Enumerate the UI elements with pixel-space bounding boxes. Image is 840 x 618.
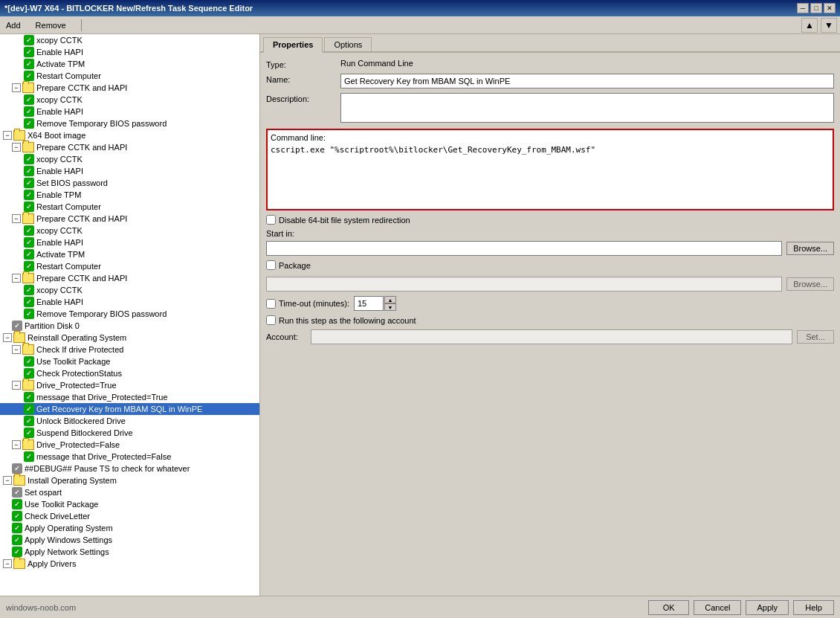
run-as-checkbox[interactable] [266,315,276,325]
tree-item-x64-boot[interactable]: −X64 Boot image [0,129,259,141]
tree-item-apply-network[interactable]: ✓Apply Network Settings [0,546,259,558]
tree-item-debug-pause[interactable]: ✓##DEBUG## Pause TS to check for whateve… [0,463,259,474]
timeout-label: Time-out (minutes): [279,299,349,308]
tree-item-xcopy-cctk-5[interactable]: ✓xcopy CCTK [0,284,259,296]
tree-item-check-protection[interactable]: ✓Check ProtectionStatus [0,367,259,379]
expand-icon[interactable]: − [12,440,21,449]
expand-icon[interactable]: − [3,476,12,485]
tree-item-check-driveletter[interactable]: ✓Check DriveLetter [0,510,259,522]
close-button[interactable]: ✕ [824,3,836,13]
browse-button-2[interactable]: Browse... [786,277,834,291]
cancel-button[interactable]: Cancel [694,600,741,615]
move-down-icon[interactable]: ▼ [821,18,837,33]
tree-item-unlock-bitlocker[interactable]: ✓Unlock Bitlockered Drive [0,415,259,427]
tree-item-install-os[interactable]: −Install Operating System [0,474,259,486]
disable-64bit-checkbox[interactable] [266,215,276,225]
tree-item-restart-3[interactable]: ✓Restart Computer [0,260,259,272]
timeout-up-icon[interactable]: ▲ [384,296,396,303]
green-check-icon: ✓ [24,404,34,414]
timeout-checkbox[interactable] [266,299,276,309]
tree-item-use-toolkit-1[interactable]: ✓Use Toolkit Package [0,355,259,367]
tree-item-prepare-cctk-hapi-2[interactable]: −Prepare CCTK and HAPI [0,141,259,153]
tree-item-prepare-cctk-hapi-4[interactable]: −Prepare CCTK and HAPI [0,272,259,284]
package-checkbox[interactable] [266,260,276,270]
apply-button[interactable]: Apply [746,600,789,615]
tree-item-remove-bios-2[interactable]: ✓Remove Temporary BIOS password [0,308,259,320]
tree-item-xcopy-cctk-2[interactable]: ✓xcopy CCTK [0,94,259,106]
tree-item-drive-protected-true[interactable]: −Drive_Protected=True [0,379,259,391]
gray-check-icon: ✓ [12,487,22,498]
properties-content: Type: Run Command Line Name: Description… [260,53,840,596]
tree-item-restart-1[interactable]: ✓Restart Computer [0,70,259,82]
timeout-input[interactable] [354,296,384,311]
tree-item-label: Unlock Bitlockered Drive [36,416,126,425]
tree-item-prepare-cctk-hapi-1[interactable]: −Prepare CCTK and HAPI [0,82,259,94]
expand-icon[interactable]: − [3,333,12,342]
folder-icon [13,475,25,486]
expand-icon[interactable]: − [12,143,21,152]
description-input[interactable] [340,93,834,123]
set-button[interactable]: Set... [797,330,834,344]
tree-item-suspend-bitlocker[interactable]: ✓Suspend Bitlockered Drive [0,427,259,439]
green-check-icon: ✓ [12,535,22,545]
tree-item-use-toolkit-2[interactable]: ✓Use Toolkit Package [0,498,259,510]
tab-options[interactable]: Options [324,37,372,51]
expand-icon[interactable]: − [3,559,12,568]
tree-item-activate-tpm-2[interactable]: ✓Activate TPM [0,248,259,260]
tree-item-remove-bios-1[interactable]: ✓Remove Temporary BIOS password [0,118,259,129]
tree-item-label: Get Recovery Key from MBAM SQL in WinPE [36,405,202,413]
tree-item-reinstall-os[interactable]: −Reinstall Operating System [0,332,259,344]
maximize-button[interactable]: □ [810,3,822,13]
tree-item-drive-protected-false[interactable]: −Drive_Protected=False [0,439,259,451]
tabs-container: Properties Options [260,34,840,53]
tree-item-check-drive[interactable]: −Check If drive Protected [0,344,259,355]
tree-item-enable-hapi-1[interactable]: ✓Enable HAPI [0,46,259,58]
tree-item-apply-drivers[interactable]: −Apply Drivers [0,558,259,570]
start-in-input[interactable] [266,241,782,256]
tree-item-label: Restart Computer [36,71,101,80]
tree-panel[interactable]: ✓xcopy CCTK✓Enable HAPI✓Activate TPM✓Res… [0,34,260,596]
tree-item-enable-hapi-2[interactable]: ✓Enable HAPI [0,106,259,118]
tree-item-label: Prepare CCTK and HAPI [36,214,127,223]
expand-icon[interactable]: − [12,274,21,283]
command-line-input[interactable] [271,145,830,205]
tree-item-enable-hapi-4[interactable]: ✓Enable HAPI [0,236,259,248]
tree-item-apply-windows[interactable]: ✓Apply Windows Settings [0,534,259,546]
disable-64bit-label: Disable 64-bit file system redirection [279,216,410,225]
tree-item-xcopy-cctk-3[interactable]: ✓xcopy CCTK [0,153,259,165]
tree-item-apply-os[interactable]: ✓Apply Operating System [0,522,259,534]
green-check-icon: ✓ [24,451,34,462]
minimize-button[interactable]: ─ [797,3,809,13]
tree-item-activate-tpm-1[interactable]: ✓Activate TPM [0,58,259,70]
tree-item-partition-disk[interactable]: ✓Partition Disk 0 [0,320,259,332]
tree-item-enable-tpm-2[interactable]: ✓Enable TPM [0,189,259,201]
account-input[interactable] [311,329,792,344]
tree-item-restart-2[interactable]: ✓Restart Computer [0,201,259,213]
expand-icon[interactable]: − [3,131,12,140]
tree-item-enable-hapi-3[interactable]: ✓Enable HAPI [0,165,259,177]
tree-item-get-recovery-key[interactable]: ✓Get Recovery Key from MBAM SQL in WinPE [0,403,259,415]
expand-icon[interactable]: − [12,345,21,354]
menu-remove[interactable]: Remove [33,19,69,31]
expand-icon[interactable]: − [12,381,21,390]
move-up-icon[interactable]: ▲ [801,18,818,33]
tree-item-enable-hapi-5[interactable]: ✓Enable HAPI [0,296,259,308]
tree-item-xcopy-cctk-1[interactable]: ✓xcopy CCTK [0,34,259,46]
expand-icon[interactable]: − [12,83,21,92]
tree-item-prepare-cctk-hapi-3[interactable]: −Prepare CCTK and HAPI [0,213,259,225]
tree-item-xcopy-cctk-4[interactable]: ✓xcopy CCTK [0,225,259,236]
menu-add[interactable]: Add [3,19,24,31]
tree-item-message-false[interactable]: ✓message that Drive_Protected=False [0,451,259,463]
tree-item-label: xcopy CCTK [36,286,83,294]
tree-item-set-ospart[interactable]: ✓Set ospart [0,486,259,498]
tree-item-message-protected[interactable]: ✓message that Drive_Protected=True [0,391,259,403]
help-button[interactable]: Help [793,600,834,615]
package-input[interactable] [266,277,782,292]
expand-icon[interactable]: − [12,214,21,223]
name-input[interactable] [340,74,834,88]
timeout-down-icon[interactable]: ▼ [384,303,396,311]
browse-button-1[interactable]: Browse... [786,242,834,255]
tab-properties[interactable]: Properties [263,37,323,53]
tree-item-set-bios[interactable]: ✓Set BIOS password [0,177,259,189]
ok-button[interactable]: OK [648,600,689,615]
